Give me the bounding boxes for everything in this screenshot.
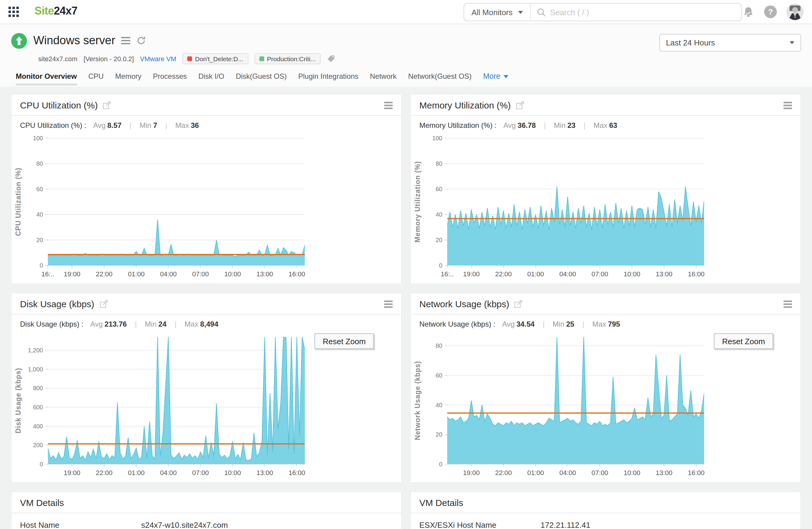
panel-title: Network Usage (kbps) <box>419 299 509 309</box>
svg-text:60: 60 <box>436 372 443 379</box>
chevron-down-icon <box>503 75 508 78</box>
vm-detail-value: s24x7-w10.site24x7.com <box>141 520 228 529</box>
separator: | <box>544 121 546 130</box>
tab-processes[interactable]: Processes <box>153 72 187 87</box>
help-icon[interactable]: ? <box>764 5 777 18</box>
panel-menu-icon[interactable] <box>784 300 792 308</box>
svg-text:19:00: 19:00 <box>463 270 480 278</box>
stats-label: Memory Utilization (%) : <box>419 121 497 130</box>
svg-text:100: 100 <box>432 135 443 142</box>
user-avatar[interactable] <box>786 3 803 20</box>
svg-text:80: 80 <box>436 342 443 349</box>
tag-chip-production[interactable]: Production:Criti... <box>254 53 321 64</box>
svg-text:0: 0 <box>439 461 443 468</box>
avg-label: Avg <box>503 121 516 130</box>
vm-details-panel-right: VM Details ESX/ESXi Host Name 172.21.112… <box>410 491 801 529</box>
vm-detail-row: Host Name s24x7-w10.site24x7.com <box>12 513 401 529</box>
svg-text:04:00: 04:00 <box>559 270 576 278</box>
time-range-dropdown[interactable]: Last 24 Hours <box>659 34 801 52</box>
tab-monitor-overview[interactable]: Monitor Overview <box>16 72 77 87</box>
svg-text:20: 20 <box>436 237 443 243</box>
svg-text:40: 40 <box>436 211 443 218</box>
site24x7-logo[interactable]: Site24x7 <box>34 5 77 18</box>
svg-text:16:00: 16:00 <box>688 270 705 278</box>
svg-text:800: 800 <box>33 385 43 392</box>
vmware-vm-link[interactable]: VMware VM <box>140 55 176 62</box>
memory-utilization-panel: Memory Utilization (%) Memory U <box>410 94 801 284</box>
min-value: 23 <box>567 121 576 130</box>
svg-text:04:00: 04:00 <box>160 469 177 476</box>
tab-cpu[interactable]: CPU <box>88 72 104 87</box>
global-search-bar: All Monitors <box>464 3 742 21</box>
tab-disk-guest-os[interactable]: Disk(Guest OS) <box>236 72 287 87</box>
monitor-list-icon[interactable] <box>121 37 130 44</box>
disk-chart: 02004006008001,0001,20019:0022:0001:0004… <box>15 329 401 482</box>
disk-area-chart[interactable]: 02004006008001,0001,20019:0022:0001:0004… <box>15 329 330 480</box>
svg-text:80: 80 <box>436 160 443 167</box>
expand-chart-icon[interactable] <box>100 300 107 308</box>
avg-value: 8.57 <box>107 121 121 130</box>
disk-stats: Disk Usage (kbps) : Avg213.76 | Min24 | … <box>12 314 401 328</box>
cpu-area-chart[interactable]: 02040608010016:..19:0022:0001:0004:0007:… <box>15 131 330 281</box>
avg-label: Avg <box>93 121 105 130</box>
tag-label: Don't_Delete:D... <box>195 55 243 62</box>
panel-menu-icon[interactable] <box>384 300 393 308</box>
app-launcher-icon[interactable] <box>9 7 19 19</box>
tag-icon[interactable] <box>327 55 335 63</box>
panel-header: Memory Utilization (%) <box>411 94 800 116</box>
svg-text:16:..: 16:.. <box>42 270 55 278</box>
max-label: Max <box>594 121 607 130</box>
network-area-chart[interactable]: 02040608019:0022:0001:0004:0007:0010:001… <box>415 329 729 480</box>
separator: | <box>582 320 584 328</box>
tab-network[interactable]: Network <box>370 72 396 87</box>
expand-chart-icon[interactable] <box>103 101 111 109</box>
appbar-right: ? <box>742 0 803 24</box>
min-label: Min <box>554 121 566 130</box>
vm-details-row: VM Details Host Name s24x7-w10.site24x7.… <box>11 491 801 529</box>
min-label: Min <box>140 121 151 130</box>
notifications-bell-icon[interactable] <box>742 5 754 18</box>
tab-plugin-integrations[interactable]: Plugin Integrations <box>298 72 359 87</box>
tab-disk-io[interactable]: Disk I/O <box>199 72 224 87</box>
svg-text:07:00: 07:00 <box>192 469 209 476</box>
svg-text:200: 200 <box>33 442 43 449</box>
tab-network-guest-os[interactable]: Network(Guest OS) <box>408 72 472 87</box>
max-label: Max <box>175 121 189 130</box>
charts-row-2: Disk Usage (kbps) Disk Usage (k <box>11 293 801 483</box>
svg-text:22:00: 22:00 <box>96 270 112 278</box>
panel-menu-icon[interactable] <box>784 102 792 109</box>
vm-detail-label: Host Name <box>20 520 141 529</box>
avg-value: 213.76 <box>104 320 127 328</box>
svg-text:16:00: 16:00 <box>288 270 305 278</box>
panel-menu-icon[interactable] <box>384 102 393 109</box>
panel-title: VM Details <box>20 498 64 508</box>
search-input[interactable] <box>531 8 741 17</box>
svg-text:60: 60 <box>436 186 443 192</box>
memory-area-chart[interactable]: 02040608010016:..19:0022:0001:0004:0007:… <box>415 131 729 281</box>
svg-text:10:00: 10:00 <box>624 469 640 476</box>
svg-text:Network Usage (kbps): Network Usage (kbps) <box>415 361 421 440</box>
tab-memory[interactable]: Memory <box>115 72 142 87</box>
reset-zoom-button[interactable]: Reset Zoom <box>315 333 374 349</box>
logo-part-dark: 24x7 <box>54 5 77 17</box>
svg-text:07:00: 07:00 <box>591 469 608 476</box>
expand-chart-icon[interactable] <box>515 300 523 308</box>
stats-label: Network Usage (kbps) : <box>419 320 495 328</box>
monitor-title-section: Windows server site24x7.com [Version - 2… <box>0 24 812 65</box>
reset-zoom-button[interactable]: Reset Zoom <box>714 333 773 349</box>
tab-more[interactable]: More <box>483 72 508 87</box>
separator: | <box>175 320 176 328</box>
expand-chart-icon[interactable] <box>516 101 524 109</box>
tag-color-red <box>187 56 192 61</box>
refresh-icon[interactable] <box>136 36 146 45</box>
svg-text:19:00: 19:00 <box>63 270 80 278</box>
avg-label: Avg <box>502 320 514 328</box>
tag-chip-dont-delete[interactable]: Don't_Delete:D... <box>183 53 248 64</box>
vm-detail-label: ESX/ESXi Host Name <box>419 520 540 529</box>
svg-text:01:00: 01:00 <box>527 469 544 476</box>
svg-text:10:00: 10:00 <box>224 469 241 476</box>
svg-text:1,200: 1,200 <box>28 347 43 354</box>
disk-usage-panel: Disk Usage (kbps) Disk Usage (k <box>11 293 402 483</box>
monitor-scope-dropdown[interactable]: All Monitors <box>464 4 531 20</box>
min-value: 24 <box>158 320 166 328</box>
